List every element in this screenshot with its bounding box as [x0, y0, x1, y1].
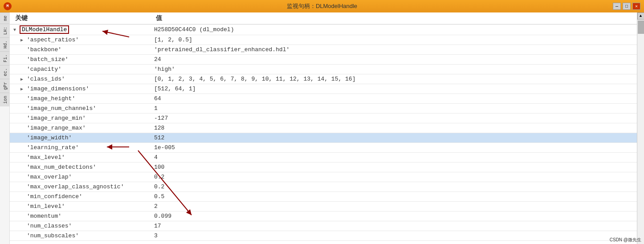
key-label-class_ids: 'class_ids': [27, 76, 65, 82]
table-row[interactable]: 'min_confidence'0.5: [10, 192, 637, 202]
table-row[interactable]: 'image_width'512: [10, 133, 637, 143]
window-controls: — □ ✕: [613, 3, 640, 10]
cell-val-max_overlap: 0.2: [152, 173, 637, 181]
side-panel-lh[interactable]: LH:: [0, 24, 9, 37]
table-row[interactable]: ▶ 'aspect_ratios'[1, 2, 0.5]: [10, 35, 637, 45]
side-panel-gpr[interactable]: gPr: [0, 79, 9, 93]
key-label-max_overlap_class_agnostic: 'max_overlap_class_agnostic': [27, 183, 124, 190]
scrollbar[interactable]: ▲: [637, 12, 644, 244]
table-row[interactable]: 'num_subscales'3: [10, 231, 637, 241]
side-panel-me[interactable]: me: [0, 12, 9, 24]
key-label-batch_size: 'batch_size': [27, 56, 69, 63]
cell-val-num_classes: 17: [152, 222, 637, 230]
cell-key-image_num_channels: 'image_num_channels': [10, 104, 152, 113]
table-row[interactable]: ▶ 'class_ids'[0, 1, 2, 3, 4, 5, 6, 7, 8,…: [10, 74, 637, 84]
table-row[interactable]: 'momentum'0.099: [10, 211, 637, 221]
expand-arrow-root[interactable]: ▼: [13, 28, 20, 33]
table-row[interactable]: ▼ DLModelHandleH258D50C44C0 (dl_model): [10, 24, 637, 35]
table-row[interactable]: 'max_overlap'0.2: [10, 172, 637, 182]
table-row[interactable]: 'max_level'4: [10, 153, 637, 163]
scroll-up-arrow[interactable]: ▲: [637, 12, 644, 20]
cell-key-root: ▼ DLModelHandle: [10, 24, 152, 35]
cell-key-num_subscales: 'num_subscales': [10, 232, 152, 240]
cell-val-image_width: 512: [152, 134, 637, 142]
table-row[interactable]: 'num_classes'17: [10, 221, 637, 231]
header-val: 值: [152, 14, 637, 22]
restore-button[interactable]: □: [623, 3, 631, 10]
key-label-image_range_max: 'image_range_max': [27, 125, 86, 131]
table-row[interactable]: 'batch_size'24: [10, 55, 637, 65]
table-row[interactable]: 'image_range_min'-127: [10, 114, 637, 123]
table-row[interactable]: 'min_level'2: [10, 202, 637, 211]
key-label-image_range_min: 'image_range_min': [27, 115, 86, 122]
cell-key-class_ids: ▶ 'class_ids': [10, 75, 152, 83]
table-row[interactable]: 'learning_rate'1e-005: [10, 143, 637, 153]
key-label-image_dimensions: 'image_dimensions': [27, 85, 89, 92]
table-row[interactable]: 'capacity''high': [10, 65, 637, 74]
key-label-num_subscales: 'num_subscales': [27, 232, 79, 239]
cell-key-image_height: 'image_height': [10, 94, 152, 103]
key-label-momentum: 'momentum': [27, 213, 61, 220]
key-label-min_confidence: 'min_confidence': [27, 193, 82, 200]
title-bar: M 监视句柄：DLModelHandle — □ ✕: [0, 0, 644, 12]
root-key-label: DLModelHandle: [20, 25, 69, 34]
key-label-aspect_ratios: 'aspect_ratios': [27, 37, 79, 43]
table-container: 关键 值 ▼ DLModelHandleH258D50C44C0 (dl_mod…: [10, 12, 637, 244]
cell-key-num_classes: 'num_classes': [10, 222, 152, 230]
key-label-num_classes: 'num_classes': [27, 223, 72, 229]
cell-val-image_range_max: 128: [152, 124, 637, 132]
table-row[interactable]: ▶ 'image_dimensions'[512, 64, 1]: [10, 84, 637, 94]
cell-key-max_num_detections: 'max_num_detections': [10, 163, 152, 171]
table-row[interactable]: 'backbone''pretrained_dl_classifier_enha…: [10, 45, 637, 55]
cell-val-aspect_ratios: [1, 2, 0.5]: [152, 36, 637, 44]
cell-val-learning_rate: 1e-005: [152, 143, 637, 152]
watermark: CSDN @微先生: [607, 236, 644, 244]
key-label-max_level: 'max_level': [27, 154, 65, 161]
cell-val-max_num_detections: 100: [152, 163, 637, 171]
cell-key-image_range_min: 'image_range_min': [10, 114, 152, 122]
table-header: 关键 值: [10, 12, 637, 24]
cell-val-max_level: 4: [152, 153, 637, 162]
app-logo: M: [4, 2, 12, 10]
window-title: 监视句柄：DLModelHandle: [287, 2, 357, 10]
cell-val-image_range_min: -127: [152, 114, 637, 122]
side-panel-hd[interactable]: Hd.: [0, 37, 9, 51]
key-label-capacity: 'capacity': [27, 66, 61, 73]
table-row[interactable]: 'image_num_channels'1: [10, 104, 637, 114]
expand-arrow-aspect_ratios[interactable]: ▶: [20, 37, 27, 43]
table-row[interactable]: 'image_height'64: [10, 94, 637, 104]
expand-arrow-class_ids[interactable]: ▶: [20, 77, 27, 82]
cell-key-capacity: 'capacity': [10, 65, 152, 73]
expand-arrow-image_dimensions[interactable]: ▶: [20, 86, 27, 92]
side-panel-ec[interactable]: ec.: [0, 65, 9, 79]
key-label-min_level: 'min_level': [27, 203, 65, 210]
scroll-thumb[interactable]: [638, 20, 644, 34]
key-label-image_width: 'image_width': [27, 134, 72, 141]
cell-val-min_confidence: 0.5: [152, 192, 637, 201]
cell-val-image_height: 64: [152, 94, 637, 103]
side-panel-fi[interactable]: Fi.: [0, 51, 9, 65]
cell-val-min_level: 2: [152, 202, 637, 211]
side-panel-ion[interactable]: ion: [0, 93, 9, 106]
key-label-image_height: 'image_height': [27, 95, 75, 102]
cell-key-momentum: 'momentum': [10, 212, 152, 220]
cell-val-num_subscales: 3: [152, 232, 637, 240]
cell-key-backbone: 'backbone': [10, 45, 152, 54]
table-row[interactable]: 'image_range_max'128: [10, 123, 637, 133]
left-sidebar: me LH: Hd. Fi. ec. gPr ion: [0, 12, 10, 244]
minimize-button[interactable]: —: [613, 3, 621, 10]
cell-key-max_overlap_class_agnostic: 'max_overlap_class_agnostic': [10, 183, 152, 191]
cell-val-root: H258D50C44C0 (dl_model): [152, 25, 637, 34]
cell-key-max_overlap: 'max_overlap': [10, 173, 152, 181]
table-body[interactable]: ▼ DLModelHandleH258D50C44C0 (dl_model)▶ …: [10, 24, 637, 244]
cell-val-capacity: 'high': [152, 65, 637, 73]
cell-key-image_width: 'image_width': [10, 134, 152, 142]
key-label-backbone: 'backbone': [27, 46, 61, 53]
close-button[interactable]: ✕: [632, 3, 640, 10]
cell-val-image_num_channels: 1: [152, 104, 637, 113]
table-row[interactable]: 'max_overlap_class_agnostic'0.2: [10, 182, 637, 192]
cell-key-min_level: 'min_level': [10, 202, 152, 211]
cell-key-aspect_ratios: ▶ 'aspect_ratios': [10, 36, 152, 44]
cell-key-min_confidence: 'min_confidence': [10, 192, 152, 201]
table-row[interactable]: 'max_num_detections'100: [10, 163, 637, 172]
